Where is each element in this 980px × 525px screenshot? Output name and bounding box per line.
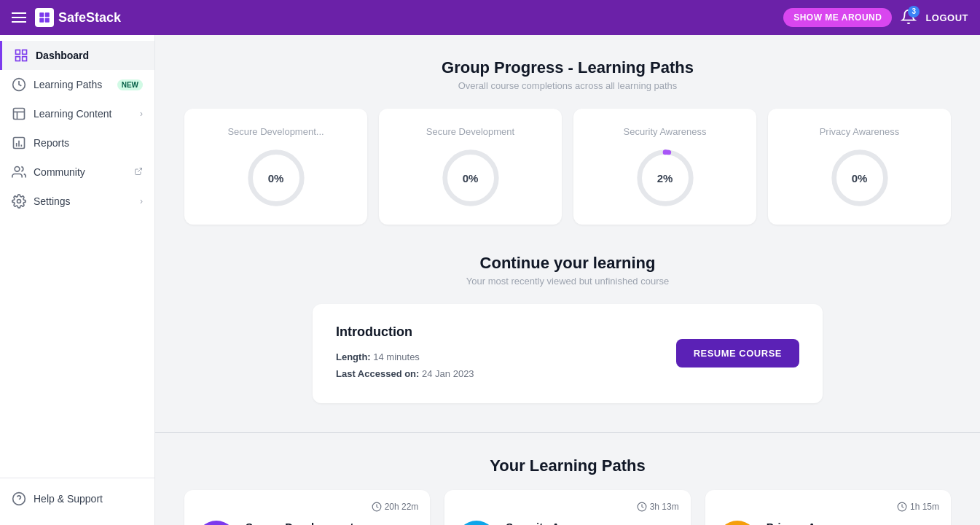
progress-cards: Secure Development... 0% Secure Developm…: [184, 109, 951, 225]
lp-duration-value: 1h 15m: [910, 502, 939, 512]
lp-avatar: 🦊: [717, 521, 758, 525]
resume-card-meta: Length: 14 minutes Last Accessed on: 24 …: [336, 349, 474, 383]
logout-button[interactable]: LOGOUT: [925, 12, 968, 23]
sidebar-item-label: Community: [34, 166, 127, 178]
lp-card-header: 3h 13m: [456, 502, 678, 512]
donut-label: 0%: [268, 172, 284, 184]
lp-duration: 20h 22m: [372, 502, 419, 512]
svg-rect-5: [23, 50, 27, 55]
lp-card-header: 20h 22m: [196, 502, 418, 512]
sidebar-bottom: Help & Support: [0, 478, 154, 525]
sidebar-item-learning-content[interactable]: Learning Content ›: [0, 99, 154, 128]
svg-line-17: [138, 168, 142, 172]
learning-paths-section: Your Learning Paths 20h 22m 🦹 Secure Dev: [184, 456, 951, 525]
sidebar-item-dashboard[interactable]: Dashboard: [0, 41, 154, 70]
svg-point-25: [662, 150, 667, 155]
course-title: Introduction: [336, 324, 474, 340]
lp-title: Secure Development: [246, 521, 353, 525]
last-accessed-label: Last Accessed on:: [336, 368, 419, 379]
lp-duration: 3h 13m: [637, 502, 679, 512]
help-icon: [12, 491, 26, 506]
svg-rect-9: [14, 109, 25, 120]
svg-rect-2: [39, 18, 44, 23]
content-area: Group Progress - Learning Paths Overall …: [155, 35, 980, 525]
progress-card-4: Privacy Awareness 0%: [768, 109, 951, 225]
hamburger-menu-icon[interactable]: [12, 12, 26, 23]
lp-duration-value: 3h 13m: [650, 502, 679, 512]
progress-card-title: Secure Development: [426, 126, 514, 137]
sidebar-item-help-support[interactable]: Help & Support: [0, 484, 154, 513]
donut-label: 2%: [657, 172, 673, 184]
lp-info: Secure Development Security for your sof…: [246, 521, 353, 525]
sidebar-item-label: Learning Paths: [34, 79, 110, 90]
learning-paths-icon: [12, 77, 26, 92]
sidebar-item-label: Settings: [34, 195, 133, 207]
continue-learning-title: Continue your learning: [184, 254, 951, 273]
settings-icon: [12, 194, 26, 209]
chevron-right-icon: ›: [140, 109, 143, 119]
lp-duration-value: 20h 22m: [385, 502, 419, 512]
lp-info: Privacy Awareness Helping you make sense…: [767, 521, 898, 525]
svg-rect-6: [16, 57, 20, 61]
resume-card: Introduction Length: 14 minutes Last Acc…: [313, 304, 823, 403]
donut-chart-2: 0%: [442, 149, 500, 207]
sidebar-nav: Dashboard Learning Paths New Learning Co…: [0, 35, 154, 478]
sidebar-item-label: Dashboard: [36, 50, 143, 61]
group-progress-title: Group Progress - Learning Paths: [184, 58, 951, 77]
lp-info: Security Awareness Improve your organisa…: [506, 521, 620, 525]
lp-card-privacy-awareness[interactable]: 1h 15m 🦊 Privacy Awareness Helping you m…: [705, 490, 951, 525]
dashboard-icon: [14, 48, 28, 63]
sidebar-item-settings[interactable]: Settings ›: [0, 187, 154, 216]
lp-card-security-awareness[interactable]: 3h 13m 🐛 Security Awareness Improve your…: [444, 490, 690, 525]
progress-card-title: Privacy Awareness: [820, 126, 900, 137]
logo-icon: [35, 8, 54, 27]
sidebar-item-reports[interactable]: Reports: [0, 128, 154, 158]
lp-duration: 1h 15m: [897, 502, 939, 512]
lp-card-secure-development[interactable]: 20h 22m 🦹 Secure Development Security fo…: [184, 490, 430, 525]
main-layout: Dashboard Learning Paths New Learning Co…: [0, 35, 980, 525]
group-progress-section: Group Progress - Learning Paths Overall …: [184, 58, 951, 225]
length-value: 14 minutes: [373, 351, 420, 362]
svg-point-18: [17, 200, 21, 203]
sidebar: Dashboard Learning Paths New Learning Co…: [0, 35, 155, 525]
group-progress-subtitle: Overall course completions across all le…: [184, 80, 951, 91]
sidebar-item-learning-paths[interactable]: Learning Paths New: [0, 70, 154, 99]
resume-card-info: Introduction Length: 14 minutes Last Acc…: [336, 324, 474, 383]
reports-icon: [12, 136, 26, 150]
topbar: SafeStack SHOW ME AROUND 3 LOGOUT: [0, 0, 980, 35]
community-icon: [12, 165, 26, 179]
section-divider: [155, 432, 980, 433]
show-me-around-button[interactable]: SHOW ME AROUND: [783, 8, 892, 27]
notification-button[interactable]: 3: [901, 9, 917, 27]
sidebar-item-community[interactable]: Community: [0, 158, 154, 187]
topbar-right: SHOW ME AROUND 3 LOGOUT: [783, 8, 968, 27]
svg-rect-3: [45, 18, 50, 23]
notification-badge: 3: [908, 6, 920, 18]
svg-point-16: [15, 167, 20, 172]
last-accessed-value: 24 Jan 2023: [422, 368, 474, 379]
resume-course-button[interactable]: RESUME COURSE: [676, 339, 799, 368]
donut-chart-3: 2%: [636, 149, 694, 207]
lp-avatar: 🐛: [456, 521, 497, 525]
logo-text: SafeStack: [58, 10, 121, 26]
progress-card-title: Secure Development...: [227, 126, 324, 137]
new-badge: New: [117, 79, 143, 90]
lp-card-header: 1h 15m: [717, 502, 939, 512]
svg-rect-7: [23, 57, 27, 61]
svg-rect-0: [39, 12, 44, 17]
lp-card-body: 🦹 Secure Development Security for your s…: [196, 521, 418, 525]
donut-label: 0%: [463, 172, 479, 184]
continue-learning-section: Continue your learning Your most recentl…: [184, 254, 951, 403]
lp-card-body: 🦊 Privacy Awareness Helping you make sen…: [717, 521, 939, 525]
sidebar-item-label: Reports: [34, 137, 143, 149]
learning-paths-title: Your Learning Paths: [184, 456, 951, 475]
lp-title: Security Awareness: [506, 521, 620, 525]
progress-card-3: Security Awareness 2%: [573, 109, 756, 225]
learning-paths-cards: 20h 22m 🦹 Secure Development Security fo…: [184, 490, 951, 525]
continue-learning-subtitle: Your most recently viewed but unfinished…: [184, 276, 951, 287]
topbar-left: SafeStack: [12, 8, 121, 27]
length-label: Length:: [336, 351, 371, 362]
lp-title: Privacy Awareness: [767, 521, 898, 525]
logo: SafeStack: [35, 8, 121, 27]
external-link-icon: [134, 167, 143, 178]
